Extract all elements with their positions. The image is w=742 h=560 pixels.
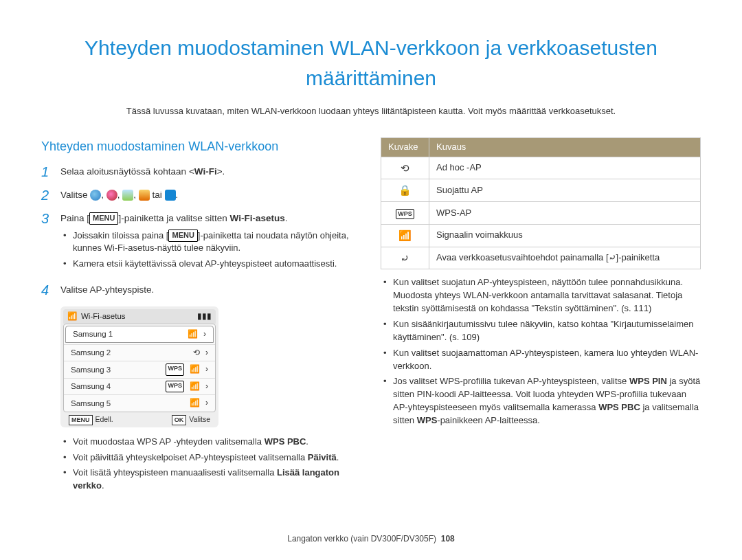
- refresh-icon: ⤾: [381, 247, 429, 269]
- sub-bullet: • Joissakin tiloissa paina [MENU]-painik…: [63, 229, 361, 256]
- page-footer: Langaton verkko (vain DV300F/DV305F) 108: [0, 533, 742, 545]
- signal-icon: 📶: [381, 224, 429, 247]
- ap-name: Samsung 4: [71, 381, 111, 392]
- text: -painikkeen AP-laitteessa.: [437, 415, 540, 425]
- table-desc: Suojattu AP: [429, 179, 701, 202]
- wifi-row[interactable]: Samsung 5 📶›: [64, 394, 215, 411]
- wifi-row[interactable]: Samsung 4 WPS📶›: [64, 378, 215, 394]
- refresh-label: Päivitä: [308, 452, 337, 462]
- bullet: • Voit muodostaa WPS AP -yhteyden valits…: [63, 436, 361, 449]
- step-number: 3: [41, 212, 54, 273]
- signal-icon: 📶: [190, 381, 200, 392]
- ap-name: Samsung 2: [71, 347, 111, 359]
- wifi-row-selected[interactable]: Samsung 1 📶›: [65, 326, 214, 343]
- step-body: Paina [MENU]-painiketta ja valitse sitte…: [60, 212, 361, 273]
- sub-bullet: • Kamera etsii käytettävissä olevat AP-y…: [63, 258, 361, 271]
- text: Paina [: [60, 213, 89, 223]
- wps-label: WPS: [417, 415, 438, 425]
- table-desc: Ad hoc -AP: [429, 157, 701, 179]
- bullet-icon: •: [63, 467, 69, 493]
- ok-key-icon: OK: [172, 415, 187, 425]
- text: Joissakin tiloissa paina [: [73, 230, 168, 240]
- text: .: [285, 213, 288, 223]
- text: Jos valitset WPS-profiilia tukevan AP-yh…: [393, 376, 629, 386]
- wps-icon: WPS: [166, 363, 184, 375]
- ap-name: Samsung 1: [73, 328, 113, 340]
- step-1: 1 Selaa aloitusnäytössä kohtaan <Wi-Fi>.: [41, 165, 361, 179]
- text: .: [306, 436, 308, 447]
- table-row: 🔒 Suojattu AP: [381, 179, 701, 202]
- wifi-label: Wi-Fi: [194, 166, 217, 177]
- text: Selaa aloitusnäytössä kohtaan <: [60, 166, 194, 177]
- text: ]-painiketta: [616, 252, 660, 262]
- wifi-row[interactable]: Samsung 3 WPS📶›: [64, 361, 215, 377]
- bullet: • Voit lisätä yhteyspisteen manuaalisest…: [63, 467, 361, 493]
- table-row: 📶 Signaalin voimakkuus: [381, 224, 701, 247]
- wps-icon: WPS: [381, 202, 429, 225]
- signal-icon: 📶: [188, 328, 198, 340]
- text: Kamera etsii käytettävissä olevat AP-yht…: [73, 258, 337, 271]
- wps-icon: WPS: [166, 381, 184, 392]
- bullet: • Kun valitset suojaamattoman AP-yhteysp…: [383, 347, 701, 373]
- text: .: [102, 480, 104, 491]
- adhoc-icon: ⟲: [193, 347, 200, 359]
- cloud-icon: [122, 190, 133, 201]
- lock-icon: 🔒: [381, 179, 429, 202]
- wps-pbc-label: WPS PBC: [598, 402, 640, 412]
- bullet-icon: •: [383, 318, 389, 344]
- wifi-list: Samsung 1 📶› Samsung 2 ⟲› Samsung 3 WPS📶…: [63, 324, 216, 412]
- table-header-desc: Kuvaus: [429, 137, 701, 157]
- bullet-icon: •: [63, 229, 69, 256]
- content-columns: Yhteyden muodostaminen WLAN-verkkoon 1 S…: [41, 137, 701, 495]
- chevron-right-icon: ›: [205, 347, 208, 359]
- text: Avaa verkkoasetusvaihtoehdot painamalla …: [436, 252, 609, 262]
- text: Kun valitset suojaamattoman AP-yhteyspis…: [393, 347, 701, 373]
- bullet: • Kun sisäänkirjautumissivu tulee näkyvi…: [383, 318, 701, 344]
- wifi-icon: 📶: [67, 311, 77, 322]
- wps-pin-label: WPS PIN: [629, 376, 667, 386]
- text: >.: [217, 166, 225, 177]
- text: Valitse AP-yhteyspiste.: [60, 284, 154, 295]
- chevron-right-icon: ›: [205, 381, 208, 392]
- text: Kun valitset suojatun AP-yhteyspisteen, …: [393, 276, 701, 315]
- text: .: [337, 452, 339, 462]
- wifi-settings-panel: 📶 Wi-Fi-asetus ▮▮▮ Samsung 1 📶› Samsung …: [60, 306, 218, 427]
- adhoc-icon: ⟲: [381, 157, 429, 179]
- wifi-row[interactable]: Samsung 2 ⟲›: [64, 344, 215, 361]
- select-label: Valitse: [189, 415, 210, 423]
- left-column: Yhteyden muodostaminen WLAN-verkkoon 1 S…: [41, 137, 361, 495]
- table-row: ⟲ Ad hoc -AP: [381, 157, 701, 179]
- chevron-right-icon: ›: [205, 397, 208, 409]
- back-label: Edell.: [95, 415, 113, 423]
- text: Voit lisätä yhteyspisteen manuaalisesti …: [73, 467, 277, 478]
- section-title: Yhteyden muodostaminen WLAN-verkkoon: [41, 137, 361, 155]
- share-icon: [106, 190, 117, 201]
- wps-pbc-label: WPS PBC: [265, 436, 306, 447]
- bullet: • Voit päivittää yhteyskelpoiset AP-yhte…: [63, 451, 361, 464]
- table-desc: Avaa verkkoasetusvaihtoehdot painamalla …: [429, 247, 701, 269]
- step-number: 2: [41, 188, 54, 202]
- bullet: • Jos valitset WPS-profiilia tukevan AP-…: [383, 375, 701, 427]
- wifi-panel-title: Wi-Fi-asetus: [81, 311, 126, 322]
- bullet-icon: •: [383, 375, 389, 427]
- step-2: 2 Valitse , , , tai .: [41, 188, 361, 202]
- step-number: 1: [41, 165, 54, 179]
- battery-icon: ▮▮▮: [197, 311, 212, 322]
- table-desc: Signaalin voimakkuus: [429, 224, 701, 247]
- text: Voit päivittää yhteyskelpoiset AP-yhteys…: [73, 452, 308, 462]
- bullet: • Kun valitset suojatun AP-yhteyspisteen…: [383, 276, 701, 315]
- table-desc: WPS-AP: [429, 202, 701, 225]
- step-body: Valitse AP-yhteyspiste.: [60, 283, 361, 297]
- page-number: 108: [441, 534, 455, 544]
- signal-icon: 📶: [190, 363, 200, 375]
- bullet-icon: •: [63, 436, 69, 449]
- ap-name: Samsung 3: [71, 364, 111, 376]
- text: Voit muodostaa WPS AP -yhteyden valitsem…: [73, 436, 265, 447]
- intro-text: Tässä luvussa kuvataan, miten WLAN-verkk…: [41, 105, 701, 118]
- wifi-panel-footer: MENUEdell. OKValitse: [63, 412, 216, 425]
- step-body: Selaa aloitusnäytössä kohtaan <Wi-Fi>.: [60, 165, 361, 179]
- text: .: [176, 190, 179, 200]
- wifi-asetus-label: Wi-Fi-asetus: [230, 213, 285, 223]
- step-4: 4 Valitse AP-yhteyspiste.: [41, 283, 361, 297]
- weather-icon: [139, 190, 150, 201]
